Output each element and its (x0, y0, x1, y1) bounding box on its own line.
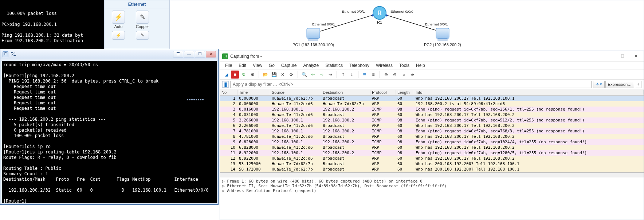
colorize-icon[interactable]: ≡ (369, 71, 377, 79)
save-icon[interactable]: 💾 (270, 71, 278, 79)
back-icon[interactable]: ⇦ (309, 71, 317, 79)
col-header-length[interactable]: Length (396, 90, 414, 95)
packet-row[interactable]: 74.781000192.168.100.1192.168.200.2ICMP9… (220, 128, 644, 134)
palette-pos[interactable]: ✎ (131, 31, 153, 40)
ws-maximize-button[interactable]: ☐ (617, 52, 628, 60)
filter-apply-arrow[interactable]: ➔ ▾ (593, 81, 605, 88)
r1-cli-output[interactable]: round-trip min/avg/max = 30/43/50 ms [Ro… (2, 61, 217, 203)
node-pc2[interactable]: PC2 (192.168.200.2) (424, 28, 461, 47)
cell-proto: ARP (370, 101, 396, 106)
pc-terminal[interactable]: 100.00% packet loss PC>ping 192.168.200.… (0, 0, 104, 49)
svg-rect-13 (438, 39, 447, 41)
cell-no: 3 (220, 107, 237, 112)
menu-statistics[interactable]: Statistics (322, 62, 346, 69)
packet-row[interactable]: 30.016000192.168.100.1192.168.200.2ICMP9… (220, 107, 644, 112)
col-header-time[interactable]: Time (237, 90, 270, 95)
packet-row[interactable]: 128.922000HuaweiTe_41:2c:d6BroadcastARP6… (220, 156, 644, 161)
auto-icon: ⚡ (112, 11, 125, 24)
menu-help[interactable]: Help (413, 62, 428, 69)
col-header-no[interactable]: No. (220, 90, 237, 95)
menu-tools[interactable]: Tools (396, 62, 412, 69)
cell-info: Who has 200.108.192.200? Tell 192.168.10… (414, 167, 644, 172)
stop-icon[interactable]: ■ (231, 71, 239, 79)
reload-icon[interactable]: ⟳ (287, 71, 295, 79)
cell-no: 5 (220, 118, 237, 123)
packet-row[interactable]: 96.828000192.168.100.1192.168.200.2ICMP9… (220, 139, 644, 145)
col-header-destination[interactable]: Destination (321, 90, 370, 95)
packet-details-pane[interactable]: Frame 1: 60 bytes on wire (480 bits), 60… (220, 177, 644, 220)
col-header-protocol[interactable]: Protocol (370, 90, 396, 95)
palette-copper[interactable]: ✎ Copper (131, 11, 153, 29)
cell-info: Echo (ping) request id=0xf7ab, seq=256/1… (414, 107, 644, 112)
detail-line[interactable]: Frame 1: 60 bytes on wire (480 bits), 60… (222, 179, 641, 184)
cell-dst: 192.168.200.2 (321, 151, 370, 155)
packet-row[interactable]: 84.781000HuaweiTe_41:2c:d6BroadcastARP60… (220, 134, 644, 139)
svg-rect-10 (309, 39, 318, 41)
zoom-reset-icon[interactable]: ⌕ (400, 71, 408, 79)
palette-auto[interactable]: ⚡ Auto (107, 11, 129, 29)
display-filter-input[interactable] (230, 81, 592, 88)
palette-title: Ethernet (105, 0, 169, 8)
options-icon[interactable]: ⚙ (248, 71, 256, 79)
find-icon[interactable]: 🔍 (300, 71, 308, 79)
resize-cols-icon[interactable]: ⇹ (408, 71, 416, 79)
restart-icon[interactable]: ↻ (240, 71, 248, 79)
cell-proto: ARP (370, 161, 396, 166)
node-router-r1[interactable]: R R1 (373, 7, 386, 24)
minimize-button[interactable]: — (184, 51, 194, 57)
jump-icon[interactable]: ⇥ (326, 71, 334, 79)
packet-row[interactable]: 10.000000HuaweiTe_7d:62:7bBroadcastARP60… (220, 96, 644, 101)
packet-row[interactable]: 118.922000192.168.100.1192.168.200.2ICMP… (220, 150, 644, 156)
cell-len: 60 (396, 112, 414, 117)
packet-row[interactable]: 20.000000HuaweiTe_41:2c:d6HuaweiTe_7d:62… (220, 101, 644, 107)
expression-button[interactable]: Expression… (605, 81, 634, 88)
ws-close-button[interactable]: ✕ (630, 52, 641, 60)
packet-row[interactable]: 52.266000192.168.100.1192.168.200.2ICMP9… (220, 117, 644, 123)
detail-line[interactable]: Ethernet II, Src: HuaweiTe_7d:62:7b (54:… (222, 184, 641, 188)
detail-line[interactable]: Address Resolution Protocol (request) (222, 188, 641, 193)
svg-text:PC1 (192.168.200.100): PC1 (192.168.200.100) (292, 43, 334, 47)
topology-canvas[interactable]: R R1 Ethernet 0/0/1 Ethernet 0/0/0 PC1 (… (170, 0, 644, 51)
cell-info: Echo (ping) request id=0xf7ab, seq=512/2… (414, 118, 644, 123)
packet-list-horizontal-scroll[interactable] (220, 173, 644, 177)
menu-telephony[interactable]: Telephony (346, 62, 372, 69)
menu-wireless[interactable]: Wireless (373, 62, 396, 69)
palette-serial[interactable]: ⚡ (107, 31, 129, 40)
cell-time: 2.266000 (237, 123, 270, 128)
last-icon[interactable]: ⤓ (348, 71, 356, 79)
close-icon[interactable]: ✕ (279, 71, 287, 79)
packet-list-pane[interactable]: No.TimeSourceDestinationProtocolLengthIn… (220, 89, 644, 173)
zoom-in-icon[interactable]: ⊕ (382, 71, 390, 79)
shark-fin-icon[interactable]: ◢ (222, 71, 230, 79)
fwd-icon[interactable]: ⇨ (318, 71, 326, 79)
packet-row[interactable]: 1458.172000HuaweiTe_7d:62:7bBroadcastARP… (220, 167, 644, 172)
packet-list-header[interactable]: No.TimeSourceDestinationProtocolLengthIn… (220, 89, 644, 96)
menu-edit[interactable]: Edit (236, 62, 249, 69)
menu-file[interactable]: File (222, 62, 235, 69)
autoscroll-icon[interactable]: ≣ (361, 71, 369, 79)
pc2-port: Ethernet 0/0/1 (425, 22, 448, 26)
maximize-button[interactable]: ☐ (195, 51, 205, 57)
cell-no: 6 (220, 123, 237, 128)
col-header-source[interactable]: Source (270, 90, 321, 95)
filter-bookmark-icon[interactable]: ▮ (222, 81, 229, 88)
open-icon[interactable]: 📂 (261, 71, 269, 79)
menu-view[interactable]: View (250, 62, 265, 69)
first-icon[interactable]: ⤒ (339, 71, 347, 79)
menu-button[interactable]: ☰ (173, 51, 183, 57)
packet-row[interactable]: 62.266000HuaweiTe_41:2c:d6BroadcastARP60… (220, 123, 644, 128)
filter-add-button[interactable]: + (635, 81, 641, 88)
node-pc1[interactable]: PC1 (192.168.200.100) (292, 28, 334, 47)
menu-analyze[interactable]: Analyze (301, 62, 322, 69)
packet-row[interactable]: 1353.125000HuaweiTe_7d:62:7bBroadcastARP… (220, 161, 644, 167)
zoom-out-icon[interactable]: ⊖ (391, 71, 399, 79)
packet-row[interactable]: 40.031000HuaweiTe_41:2c:d6BroadcastARP60… (220, 112, 644, 117)
cell-no: 12 (220, 156, 237, 161)
ws-minimize-button[interactable]: — (604, 52, 615, 60)
cell-no: 14 (220, 167, 237, 172)
col-header-info[interactable]: Info (414, 90, 644, 95)
packet-row[interactable]: 106.828000HuaweiTe_41:2c:d6BroadcastARP6… (220, 145, 644, 150)
close-button[interactable]: ✕ (206, 51, 216, 57)
menu-capture[interactable]: Capture (278, 62, 300, 69)
menu-go[interactable]: Go (266, 62, 278, 69)
